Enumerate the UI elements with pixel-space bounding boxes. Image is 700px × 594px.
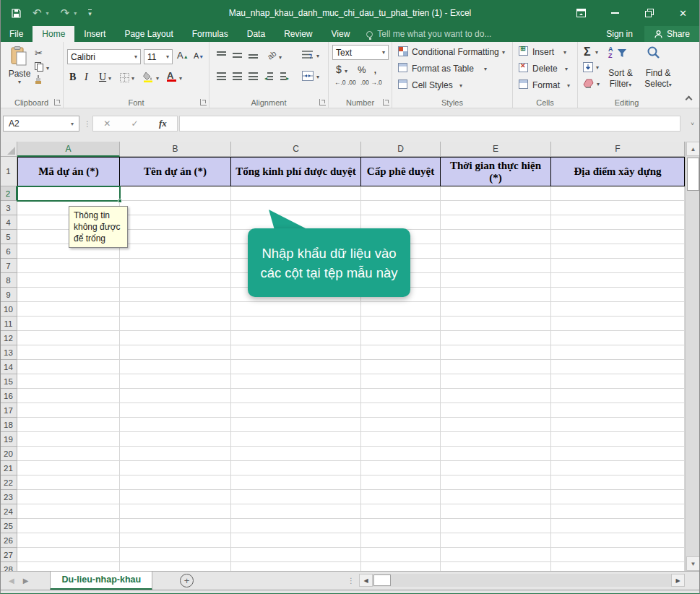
grid-cell-A20[interactable] bbox=[17, 447, 120, 461]
number-dialog-launcher[interactable] bbox=[383, 99, 389, 106]
decrease-decimal-icon[interactable]: .00 →.0 bbox=[360, 79, 382, 86]
grid-cell-A22[interactable] bbox=[17, 475, 120, 490]
row-header-24[interactable]: 24 bbox=[0, 504, 17, 519]
grid-cell-B28[interactable] bbox=[120, 562, 231, 571]
align-middle-icon[interactable] bbox=[233, 53, 242, 58]
grid-cell-C21[interactable] bbox=[231, 461, 361, 475]
header-cell-F1[interactable]: Địa điểm xây dựng bbox=[551, 157, 685, 186]
alignment-dialog-launcher[interactable] bbox=[319, 99, 326, 106]
sort-filter-button[interactable]: Sort & Filter▾ bbox=[604, 68, 637, 90]
grid-cell-E18[interactable] bbox=[441, 418, 551, 432]
close-button[interactable]: ✕ bbox=[666, 0, 700, 26]
grid-cell-B7[interactable] bbox=[120, 259, 231, 273]
grid-cell-F19[interactable] bbox=[551, 432, 685, 447]
grid-cell-B9[interactable] bbox=[120, 288, 231, 302]
grid-cell-A25[interactable] bbox=[17, 519, 120, 533]
row-header-13[interactable]: 13 bbox=[0, 345, 17, 360]
grid-cell-A14[interactable] bbox=[17, 360, 120, 374]
share-button[interactable]: Share bbox=[644, 26, 700, 42]
grid-cell-C18[interactable] bbox=[231, 418, 361, 432]
grid-cell-E17[interactable] bbox=[441, 403, 551, 418]
fill-handle[interactable] bbox=[118, 199, 122, 203]
sheet-nav-right-icon[interactable]: ▶ bbox=[23, 577, 38, 585]
delete-button[interactable]: Delete bbox=[532, 64, 558, 74]
clear-icon[interactable] bbox=[583, 79, 594, 90]
horizontal-scrollbar[interactable]: ◀ ▶ bbox=[359, 574, 685, 587]
grid-cell-A18[interactable] bbox=[17, 418, 120, 432]
grid-cell-B14[interactable] bbox=[120, 360, 231, 374]
wrap-text-icon[interactable] bbox=[302, 50, 313, 61]
align-bottom-icon[interactable] bbox=[249, 54, 258, 59]
align-top-icon[interactable] bbox=[217, 51, 226, 56]
grid-cell-B11[interactable] bbox=[120, 317, 231, 331]
header-cell-B1[interactable]: Tên dự án (*) bbox=[120, 157, 231, 186]
grid-cell-C24[interactable] bbox=[231, 504, 361, 519]
grid-cell-D4[interactable] bbox=[361, 215, 441, 230]
merge-center-icon[interactable] bbox=[302, 71, 314, 83]
row-header-8[interactable]: 8 bbox=[0, 273, 17, 288]
format-button[interactable]: Format bbox=[532, 80, 560, 90]
grid-cell-D21[interactable] bbox=[361, 461, 441, 475]
row-header-11[interactable]: 11 bbox=[0, 317, 17, 331]
horizontal-scroll-thumb[interactable] bbox=[373, 574, 391, 586]
grid-cell-B18[interactable] bbox=[120, 418, 231, 432]
font-size-select[interactable]: 11▾ bbox=[144, 49, 173, 64]
grid-cell-E23[interactable] bbox=[441, 490, 551, 504]
grid-cell-D18[interactable] bbox=[361, 418, 441, 432]
grid-cell-A17[interactable] bbox=[17, 403, 120, 418]
row-header-28[interactable]: 28 bbox=[0, 562, 17, 571]
insert-function-icon[interactable]: fx bbox=[159, 118, 167, 129]
grid-cell-C27[interactable] bbox=[231, 548, 361, 562]
grid-cell-F5[interactable] bbox=[551, 230, 685, 244]
grid-cell-F6[interactable] bbox=[551, 244, 685, 259]
fill-color-icon[interactable] bbox=[143, 72, 154, 85]
accounting-caret-icon[interactable]: ▾ bbox=[345, 68, 347, 74]
grid-cell-D22[interactable] bbox=[361, 475, 441, 490]
percent-style-icon[interactable]: % bbox=[358, 64, 366, 75]
align-left-icon[interactable] bbox=[217, 72, 226, 80]
grid-cell-B2[interactable] bbox=[120, 186, 231, 201]
row-header-4[interactable]: 4 bbox=[0, 215, 17, 230]
accounting-format-icon[interactable]: $ bbox=[336, 64, 342, 75]
cell-styles-button[interactable]: Cell Styles bbox=[412, 80, 453, 90]
grid-cell-D23[interactable] bbox=[361, 490, 441, 504]
grid-cell-D11[interactable] bbox=[361, 317, 441, 331]
redo-caret-icon[interactable]: ▾ bbox=[74, 10, 77, 17]
grid-cell-E3[interactable] bbox=[441, 201, 551, 215]
grid-cell-A19[interactable] bbox=[17, 432, 120, 447]
undo-icon[interactable]: ↶ bbox=[33, 7, 42, 20]
grid-cell-E12[interactable] bbox=[441, 331, 551, 345]
grid-cell-B24[interactable] bbox=[120, 504, 231, 519]
grid-cell-B8[interactable] bbox=[120, 273, 231, 288]
tab-insert[interactable]: Insert bbox=[74, 26, 115, 42]
tab-page-layout[interactable]: Page Layout bbox=[115, 26, 182, 42]
grid-cell-A27[interactable] bbox=[17, 548, 120, 562]
vertical-scrollbar[interactable]: ▲ ▼ bbox=[685, 142, 700, 571]
grid-cell-F15[interactable] bbox=[551, 374, 685, 389]
grid-cell-E11[interactable] bbox=[441, 317, 551, 331]
header-cell-A1[interactable]: Mã dự án (*) bbox=[17, 157, 120, 186]
tab-review[interactable]: Review bbox=[275, 26, 321, 42]
row-header-23[interactable]: 23 bbox=[0, 490, 17, 504]
grid-cell-F4[interactable] bbox=[551, 215, 685, 230]
grid-cell-D20[interactable] bbox=[361, 447, 441, 461]
grid-cell-B19[interactable] bbox=[120, 432, 231, 447]
grid-cell-A7[interactable] bbox=[17, 259, 120, 273]
new-sheet-icon[interactable]: + bbox=[180, 574, 194, 587]
grid-cell-E19[interactable] bbox=[441, 432, 551, 447]
fill-icon[interactable] bbox=[583, 62, 593, 74]
grid-cell-D10[interactable] bbox=[361, 302, 441, 317]
enter-icon[interactable]: ✓ bbox=[131, 119, 139, 129]
grid-cell-A28[interactable] bbox=[17, 562, 120, 571]
grid-cell-E4[interactable] bbox=[441, 215, 551, 230]
grid-cell-E15[interactable] bbox=[441, 374, 551, 389]
header-cell-E1[interactable]: Thời gian thực hiện (*) bbox=[441, 157, 551, 186]
grid-cell-B6[interactable] bbox=[120, 244, 231, 259]
grid-cell-B22[interactable] bbox=[120, 475, 231, 490]
grid-cell-F14[interactable] bbox=[551, 360, 685, 374]
grid-cell-C2[interactable] bbox=[231, 186, 361, 201]
clipboard-dialog-launcher[interactable] bbox=[54, 99, 61, 106]
redo-icon[interactable]: ↷ bbox=[61, 7, 70, 20]
align-center-icon[interactable] bbox=[233, 72, 242, 80]
customize-qat-icon[interactable]: ▾ bbox=[88, 9, 92, 17]
